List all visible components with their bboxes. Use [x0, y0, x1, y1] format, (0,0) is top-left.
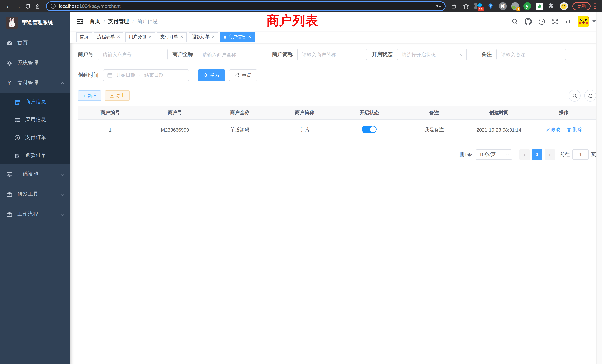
goto-page-input[interactable] — [572, 149, 589, 160]
tag-label: 退款订单 — [192, 34, 210, 40]
browser-back-button[interactable]: ← — [4, 1, 13, 11]
field-label: 备注 — [482, 51, 492, 58]
browser-reload-button[interactable] — [23, 1, 33, 11]
close-icon[interactable]: ✕ — [148, 35, 152, 39]
delete-link[interactable]: 删除 — [567, 126, 582, 133]
tag-merchant-info-active[interactable]: 商户信息 ✕ — [220, 32, 255, 42]
profile-avatar-button[interactable] — [560, 2, 568, 10]
help-doc-button[interactable]: ? — [537, 17, 546, 26]
password-key-icon[interactable] — [435, 3, 441, 9]
field-label: 商户全称 — [172, 51, 193, 58]
edit-link[interactable]: 修改 — [545, 126, 560, 133]
filter-short-name: 商户简称 — [272, 49, 367, 60]
current-page-button[interactable]: 1 — [532, 149, 542, 160]
user-avatar[interactable] — [578, 16, 589, 27]
breadcrumb-payment[interactable]: 支付管理 — [108, 18, 129, 25]
tag-user-group[interactable]: 用户分组 ✕ — [125, 32, 155, 42]
extension-tampermonkey[interactable]: 10 — [474, 2, 482, 10]
close-icon[interactable]: ✕ — [212, 35, 215, 39]
pagination-total-rest: 1条 — [464, 151, 472, 157]
extensions-menu-button[interactable] — [548, 2, 556, 10]
status-select[interactable] — [397, 49, 467, 60]
field-label: 商户简称 — [272, 51, 293, 58]
browser-update-button[interactable]: 更新 — [572, 2, 591, 10]
browser-toolbar: ← → localhost:1024/pay/merchant 10 — [0, 0, 602, 12]
extension-proxy[interactable]: 1 — [511, 2, 519, 10]
sidebar-logo[interactable]: 芋道管理系统 — [0, 12, 70, 33]
sidebar-item-label: 首页 — [17, 40, 64, 46]
remark-input[interactable] — [496, 49, 566, 60]
sidebar-item-label: 支付管理 — [17, 80, 61, 86]
chevron-down-icon — [61, 212, 64, 215]
edit-pencil-icon — [545, 128, 550, 132]
sidebar-item-refund-order[interactable]: 退款订单 — [0, 146, 70, 164]
active-dot-icon — [224, 35, 226, 38]
next-page-button[interactable]: › — [545, 149, 555, 160]
date-range-picker[interactable]: 开始日期 - 结束日期 — [103, 69, 189, 81]
sidebar-item-merchant-info[interactable]: 商户信息 — [0, 93, 70, 111]
page-size-select[interactable]: 10条/页 — [476, 149, 512, 160]
browser-menu-button[interactable] — [594, 3, 595, 9]
share-button[interactable] — [450, 2, 458, 10]
address-bar[interactable]: localhost:1024/pay/merchant — [46, 1, 446, 11]
bookmark-star-button[interactable] — [462, 2, 470, 10]
sidebar-item-workflow[interactable]: 工作流程 — [0, 204, 70, 224]
browser-home-button[interactable] — [33, 1, 42, 11]
prev-page-button[interactable]: ‹ — [519, 149, 530, 160]
tag-label: 首页 — [80, 34, 89, 40]
sidebar-item-dev-tools[interactable]: 研发工具 — [0, 184, 70, 204]
short-name-input[interactable] — [297, 49, 367, 60]
font-size-button[interactable]: TT — [564, 17, 573, 26]
svg-text:¥: ¥ — [16, 136, 18, 139]
search-icon — [572, 93, 577, 98]
calendar-icon — [107, 73, 112, 78]
github-link-button[interactable] — [524, 17, 533, 26]
full-name-input[interactable] — [198, 49, 267, 60]
search-icon — [204, 73, 208, 77]
main-area: 首页 / 支付管理 / 商户信息 ? — [70, 12, 602, 364]
extension-command[interactable]: ⌘ — [499, 2, 507, 10]
refresh-table-button[interactable] — [584, 90, 596, 102]
payment-submenu: 商户信息 应用信息 ¥ 支付订单 — [0, 93, 70, 164]
sidebar-item-infrastructure[interactable]: 基础设施 — [0, 164, 70, 184]
toggle-search-button[interactable] — [569, 90, 580, 102]
field-label: 创建时间 — [78, 72, 99, 79]
sidebar-item-pay-order[interactable]: ¥ 支付订单 — [0, 129, 70, 146]
close-icon[interactable]: ✕ — [117, 35, 120, 39]
extension-gem[interactable] — [486, 2, 494, 10]
close-icon[interactable]: ✕ — [248, 35, 251, 39]
reset-button[interactable]: 重置 — [229, 69, 257, 81]
sidebar-item-payment[interactable]: ¥ 支付管理 — [0, 73, 70, 93]
tag-pay-order[interactable]: 支付订单 ✕ — [157, 32, 187, 42]
sidebar-item-app-info[interactable]: 应用信息 — [0, 111, 70, 129]
merchant-no-input[interactable] — [98, 49, 168, 60]
export-button[interactable]: 导出 — [105, 90, 130, 101]
header-search-button[interactable] — [510, 17, 519, 26]
breadcrumb-home[interactable]: 首页 — [90, 18, 100, 25]
tag-home[interactable]: 首页 — [76, 32, 92, 42]
page-scrollbar[interactable] — [596, 12, 602, 364]
status-toggle-on[interactable] — [362, 126, 377, 133]
add-button[interactable]: + 新增 — [78, 90, 101, 101]
fullscreen-button[interactable] — [550, 17, 559, 26]
sidebar-item-home[interactable]: 首页 — [0, 33, 70, 53]
browser-forward-button[interactable]: → — [13, 1, 23, 11]
tag-refund-order[interactable]: 退款订单 ✕ — [189, 32, 218, 42]
edit-link-label: 修改 — [551, 126, 560, 133]
tag-process-form[interactable]: 流程表单 ✕ — [94, 32, 123, 42]
close-icon[interactable]: ✕ — [180, 35, 183, 39]
sidebar-item-system[interactable]: 系统管理 — [0, 53, 70, 73]
table-header-row: 商户编号 商户号 商户全称 商户简称 开启状态 备注 创建时间 操作 — [78, 106, 596, 119]
avatar-caret-down-icon[interactable] — [592, 20, 596, 23]
chevron-down-icon — [61, 172, 64, 175]
search-button[interactable]: 搜索 — [198, 69, 225, 81]
sidebar-collapse-hamburger-icon[interactable] — [76, 18, 84, 25]
page-size-value: 10条/页 — [479, 151, 496, 158]
extension-notes[interactable] — [535, 2, 543, 10]
search-button-label: 搜索 — [210, 72, 219, 79]
site-info-icon[interactable] — [50, 3, 56, 9]
plus-icon: + — [83, 93, 86, 98]
extension-green-y[interactable]: y — [523, 2, 531, 10]
col-merchant-id: 商户编号 — [78, 106, 143, 119]
cell-remark: 我是备注 — [402, 119, 467, 140]
